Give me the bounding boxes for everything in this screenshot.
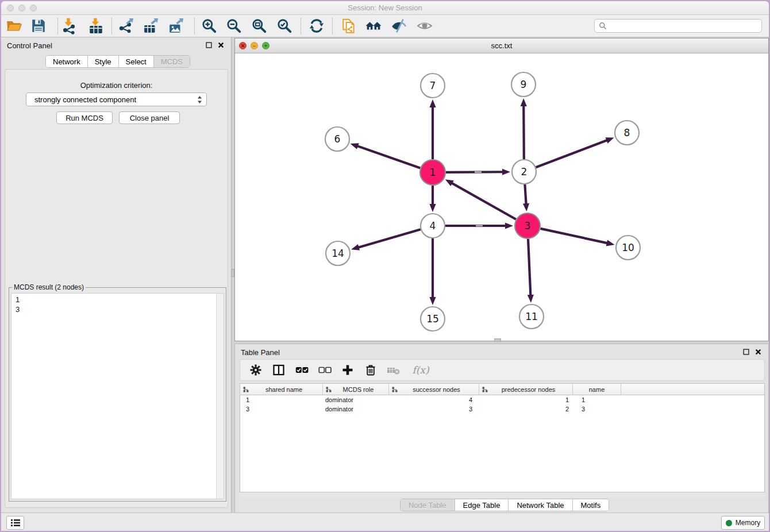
- toolbar-separator: [111, 18, 112, 34]
- tab-mcds[interactable]: MCDS: [154, 56, 190, 67]
- zoom-selected-button[interactable]: [275, 16, 294, 36]
- table-row[interactable]: 1 dominator 4 1 1: [240, 395, 764, 404]
- export-table-icon: [143, 18, 159, 34]
- toolbar-separator: [57, 18, 58, 34]
- memory-label: Memory: [736, 519, 760, 527]
- task-history-button[interactable]: [6, 516, 24, 530]
- export-image-icon: [168, 18, 184, 34]
- graph-node-7[interactable]: 7: [421, 74, 445, 98]
- graph-edge-1-6[interactable]: [351, 143, 421, 168]
- delete-column-button[interactable]: [363, 363, 378, 377]
- control-panel-tabs: Network Style Select MCDS: [45, 55, 190, 68]
- refresh-button[interactable]: [307, 16, 326, 36]
- toolbar-separator: [301, 18, 301, 34]
- table-settings-button[interactable]: [248, 363, 263, 377]
- select-all-button[interactable]: [294, 363, 309, 377]
- close-panel-button[interactable]: Close panel: [119, 111, 180, 124]
- run-mcds-button[interactable]: Run MCDS: [56, 111, 113, 124]
- hide-graphics-button[interactable]: [389, 16, 409, 36]
- search-input[interactable]: [610, 22, 761, 30]
- svg-text:11: 11: [525, 311, 538, 322]
- show-columns-button[interactable]: [271, 363, 286, 377]
- graph-edge-3-1[interactable]: [445, 179, 516, 219]
- export-network-button[interactable]: [117, 16, 136, 36]
- tab-network[interactable]: Network: [46, 56, 88, 67]
- column-header-predecessor-nodes[interactable]: predecessor nodes: [479, 384, 573, 395]
- table-row[interactable]: 3 dominator 3 2 3: [240, 404, 764, 414]
- graph-node-4[interactable]: 4: [421, 214, 445, 238]
- zoom-in-button[interactable]: [199, 16, 219, 36]
- deselect-all-button[interactable]: [317, 363, 332, 377]
- memory-button[interactable]: Memory: [721, 516, 765, 530]
- float-panel-icon[interactable]: [206, 42, 212, 48]
- graph-node-1[interactable]: 1: [420, 160, 445, 185]
- graph-edge-2-8[interactable]: [536, 137, 614, 167]
- chevron-up-down-icon: [197, 95, 202, 104]
- open-session-button[interactable]: [4, 16, 24, 36]
- tab-motifs[interactable]: Motifs: [573, 499, 609, 511]
- show-eye-icon: [417, 18, 433, 34]
- graph-edge-2-9[interactable]: [521, 98, 527, 159]
- graph-node-6[interactable]: 6: [325, 127, 349, 151]
- graph-edge-1-2[interactable]: [446, 169, 510, 175]
- export-table-button[interactable]: [141, 16, 161, 36]
- graph-node-9[interactable]: 9: [511, 72, 536, 97]
- import-network-button[interactable]: [59, 16, 79, 36]
- graph-edge-4-3[interactable]: [445, 222, 513, 229]
- tab-node-table[interactable]: Node Table: [401, 499, 455, 511]
- result-scrollbar[interactable]: [216, 294, 224, 499]
- search-icon: [599, 22, 607, 30]
- graph-node-2[interactable]: 2: [512, 160, 536, 184]
- export-image-button[interactable]: [167, 16, 186, 36]
- graph-edge-3-10[interactable]: [540, 229, 614, 246]
- graph-edge-4-14[interactable]: [351, 229, 421, 250]
- graph-edge-1-4[interactable]: [429, 186, 436, 212]
- trash-icon: [364, 364, 377, 376]
- window-title-bar: Session: New Session: [1, 1, 769, 15]
- svg-text:9: 9: [521, 79, 527, 90]
- result-line: 1: [16, 295, 224, 304]
- graph-node-8[interactable]: 8: [615, 121, 639, 145]
- close-panel-icon[interactable]: [755, 349, 761, 355]
- graph-edge-1-7[interactable]: [429, 99, 436, 159]
- zoom-fit-button[interactable]: [249, 16, 269, 36]
- column-header-mcds-role[interactable]: MCDS role: [323, 384, 389, 395]
- tab-network-table[interactable]: Network Table: [509, 499, 572, 511]
- result-line: 3: [16, 304, 224, 314]
- column-header-name[interactable]: name: [573, 384, 621, 395]
- graph-node-14[interactable]: 14: [326, 241, 350, 265]
- graph-node-3[interactable]: 3: [515, 213, 540, 238]
- column-header-successor-nodes[interactable]: successor nodes: [389, 384, 479, 395]
- horizontal-splitter-grip[interactable]: [494, 338, 501, 342]
- graph-edge-3-11[interactable]: [528, 239, 534, 303]
- save-icon: [30, 18, 47, 34]
- close-panel-icon[interactable]: [218, 42, 224, 48]
- graph-edge-4-15[interactable]: [429, 238, 436, 305]
- create-column-button[interactable]: [340, 363, 355, 377]
- graph-edge-2-3[interactable]: [523, 184, 529, 211]
- graph-node-15[interactable]: 15: [421, 307, 445, 331]
- copy-network-button[interactable]: [339, 16, 359, 36]
- network-graph-canvas[interactable]: 7968124314101511: [235, 53, 768, 341]
- graph-node-10[interactable]: 10: [616, 236, 640, 260]
- search-box[interactable]: [594, 19, 762, 33]
- graph-node-11[interactable]: 11: [519, 304, 544, 329]
- table-header-row: shared name MCDS role successor nodes pr…: [240, 384, 764, 395]
- table-horizontal-scrollbar[interactable]: [240, 492, 765, 498]
- tab-style[interactable]: Style: [88, 56, 119, 67]
- toolbar-separator: [194, 18, 195, 34]
- main-toolbar: [1, 15, 769, 37]
- criterion-select[interactable]: strongly connected component: [26, 92, 207, 106]
- tree-icon: [392, 387, 398, 392]
- zoom-out-icon: [226, 18, 242, 34]
- zoom-out-button[interactable]: [224, 16, 244, 36]
- tab-select[interactable]: Select: [119, 56, 154, 67]
- save-session-button[interactable]: [29, 16, 48, 36]
- home-views-button[interactable]: [364, 16, 383, 36]
- column-header-shared-name[interactable]: shared name: [240, 384, 323, 395]
- tab-edge-table[interactable]: Edge Table: [455, 499, 509, 511]
- import-table-button[interactable]: [86, 16, 106, 36]
- show-graphics-button[interactable]: [415, 16, 434, 36]
- float-panel-icon[interactable]: [743, 349, 749, 355]
- vertical-splitter-grip[interactable]: [231, 269, 234, 277]
